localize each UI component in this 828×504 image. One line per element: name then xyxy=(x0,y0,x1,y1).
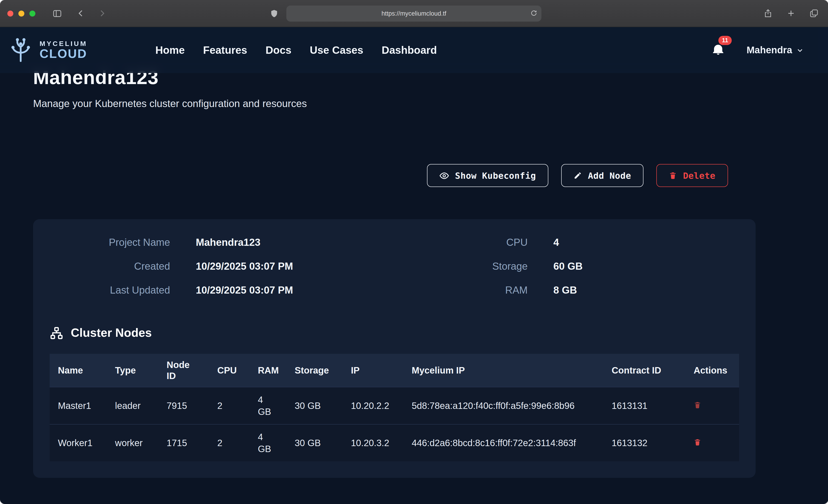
page-subtitle: Manage your Kubernetes cluster configura… xyxy=(33,98,755,110)
add-node-label: Add Node xyxy=(588,170,631,180)
col-name: Name xyxy=(50,354,107,387)
col-type: Type xyxy=(107,354,159,387)
nav-link-features[interactable]: Features xyxy=(203,44,247,56)
info-label: Created xyxy=(50,260,170,274)
info-value: Mahendra123 xyxy=(196,236,260,249)
cluster-info-left: Project Name Mahendra123 Created 10/29/2… xyxy=(50,236,407,297)
info-value: 4 xyxy=(553,236,559,249)
cell-name: Worker1 xyxy=(50,424,107,461)
zoom-window-button[interactable] xyxy=(30,10,35,16)
show-kubeconfig-button[interactable]: Show Kubeconfig xyxy=(427,164,548,187)
info-value: 60 GB xyxy=(553,260,583,274)
site-navbar: MYCELIUM CLOUD Home Features Docs Use Ca… xyxy=(0,27,828,73)
notifications-button[interactable]: 11 xyxy=(712,43,724,57)
cell-cpu: 2 xyxy=(209,387,250,424)
col-contract-id: Contract ID xyxy=(603,354,672,387)
browser-chrome: https://myceliumcloud.tf xyxy=(0,0,828,27)
cell-type: leader xyxy=(107,387,159,424)
col-node-id: Node ID xyxy=(158,354,209,387)
address-bar[interactable]: https://myceliumcloud.tf xyxy=(286,5,541,22)
user-name: Mahendra xyxy=(747,45,792,55)
share-icon[interactable] xyxy=(762,7,774,19)
close-window-button[interactable] xyxy=(7,10,13,16)
info-label: RAM xyxy=(407,284,528,297)
pencil-icon xyxy=(574,171,582,180)
cell-storage: 30 GB xyxy=(286,387,343,424)
info-row: RAM 8 GB xyxy=(407,284,739,297)
nav-links: Home Features Docs Use Cases Dashboard xyxy=(155,44,437,56)
minimize-window-button[interactable] xyxy=(18,10,24,16)
cell-ip: 10.20.3.2 xyxy=(343,424,404,461)
cluster-actions: Show Kubeconfig Add Node Delete xyxy=(33,164,755,187)
forward-button xyxy=(96,7,108,19)
info-value: 8 GB xyxy=(553,284,577,297)
cell-mycelium-ip: 5d8:78ea:a120:f40c:ff0f:a5fe:99e6:8b96 xyxy=(403,387,603,424)
tab-overview-icon[interactable] xyxy=(808,7,820,19)
nav-link-docs[interactable]: Docs xyxy=(266,44,292,56)
info-row: Storage 60 GB xyxy=(407,260,739,274)
logo-line-2: CLOUD xyxy=(40,47,87,60)
col-ip: IP xyxy=(343,354,404,387)
nodes-table-header-row: Name Type Node ID CPU RAM Storage IP Myc… xyxy=(50,354,739,387)
nav-link-use-cases[interactable]: Use Cases xyxy=(310,44,363,56)
new-tab-icon[interactable] xyxy=(785,7,797,19)
cell-ram: 4 GB xyxy=(250,387,286,424)
cell-ram: 4 GB xyxy=(250,424,286,461)
col-mycelium-ip: Mycelium IP xyxy=(403,354,603,387)
site-logo-text: MYCELIUM CLOUD xyxy=(40,40,87,60)
info-row: CPU 4 xyxy=(407,236,739,249)
cell-storage: 30 GB xyxy=(286,424,343,461)
node-row-master1: Master1 leader 7915 2 4 GB 30 GB 10.20.2… xyxy=(50,387,739,424)
nav-link-home[interactable]: Home xyxy=(155,44,185,56)
screenshot-stage: https://myceliumcloud.tf xyxy=(0,0,828,504)
chevron-down-icon xyxy=(796,47,803,53)
cluster-card: Project Name Mahendra123 Created 10/29/2… xyxy=(33,219,755,478)
user-menu[interactable]: Mahendra xyxy=(747,45,803,55)
info-label: Project Name xyxy=(50,236,170,249)
delete-cluster-button[interactable]: Delete xyxy=(656,164,728,187)
show-kubeconfig-label: Show Kubeconfig xyxy=(455,170,536,180)
trash-icon xyxy=(694,401,701,409)
cluster-nodes-header: Cluster Nodes xyxy=(50,326,739,340)
address-bar-url[interactable]: https://myceliumcloud.tf xyxy=(381,10,446,17)
info-row: Last Updated 10/29/2025 03:07 PM xyxy=(50,284,407,297)
sidebar-toggle-icon[interactable] xyxy=(51,7,63,19)
cell-contract-id: 1613132 xyxy=(603,424,672,461)
info-row: Created 10/29/2025 03:07 PM xyxy=(50,260,407,274)
browser-window: https://myceliumcloud.tf xyxy=(0,0,828,504)
cell-name: Master1 xyxy=(50,387,107,424)
cell-node-id: 7915 xyxy=(158,387,209,424)
notification-badge: 11 xyxy=(718,36,732,45)
trash-icon xyxy=(669,171,677,180)
info-value: 10/29/2025 03:07 PM xyxy=(196,284,293,297)
privacy-shield-icon[interactable] xyxy=(268,7,280,19)
col-cpu: CPU xyxy=(209,354,250,387)
info-label: CPU xyxy=(407,236,528,249)
window-controls xyxy=(7,10,35,16)
cell-node-id: 1715 xyxy=(158,424,209,461)
trash-icon xyxy=(694,438,701,446)
back-button[interactable] xyxy=(75,7,87,19)
site-logo[interactable]: MYCELIUM CLOUD xyxy=(6,35,87,65)
add-node-button[interactable]: Add Node xyxy=(561,164,644,187)
col-ram: RAM xyxy=(250,354,286,387)
col-actions: Actions xyxy=(672,354,739,387)
info-label: Storage xyxy=(407,260,528,274)
delete-node-button[interactable] xyxy=(694,438,701,446)
nav-link-dashboard[interactable]: Dashboard xyxy=(382,44,437,56)
site-page: MYCELIUM CLOUD Home Features Docs Use Ca… xyxy=(0,27,828,504)
chrome-right-buttons xyxy=(762,7,820,19)
delete-node-button[interactable] xyxy=(694,401,701,409)
mycelium-logo-icon xyxy=(6,35,35,65)
navbar-right: 11 Mahendra xyxy=(712,43,803,57)
reload-icon[interactable] xyxy=(530,9,537,18)
eye-icon xyxy=(440,171,449,180)
nodes-table: Name Type Node ID CPU RAM Storage IP Myc… xyxy=(50,354,739,461)
cell-type: worker xyxy=(107,424,159,461)
info-label: Last Updated xyxy=(50,284,170,297)
cell-contract-id: 1613131 xyxy=(603,387,672,424)
main-content: Mahendra123 Manage your Kubernetes clust… xyxy=(0,73,828,504)
cluster-info: Project Name Mahendra123 Created 10/29/2… xyxy=(50,236,739,297)
col-storage: Storage xyxy=(286,354,343,387)
node-row-worker1: Worker1 worker 1715 2 4 GB 30 GB 10.20.3… xyxy=(50,424,739,461)
